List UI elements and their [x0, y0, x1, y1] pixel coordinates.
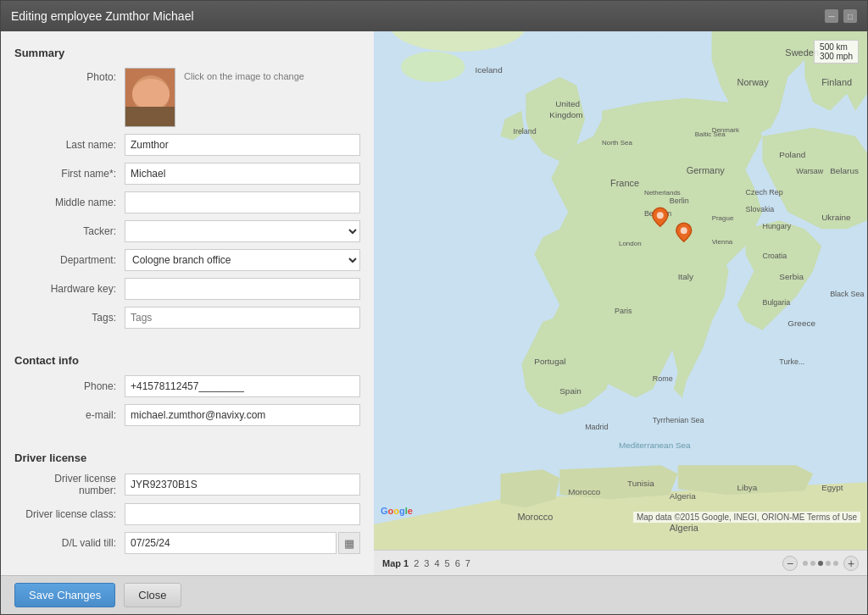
svg-text:Tunisia: Tunisia — [627, 479, 654, 488]
svg-text:Finland: Finland — [821, 77, 852, 87]
photo-hint: Click on the image to change — [184, 68, 304, 81]
middle-name-row: Middle name: — [14, 191, 360, 213]
svg-text:Berlin: Berlin — [670, 197, 689, 205]
calendar-button[interactable]: ▦ — [338, 532, 360, 554]
scale-mph: 300 mph — [820, 52, 853, 61]
content-area: Summary Photo: — [1, 31, 867, 575]
phone-row: Phone: — [14, 375, 360, 397]
photo-label: Photo: — [14, 68, 125, 83]
tacker-row: Tacker: — [14, 220, 360, 242]
date-wrapper: ▦ — [125, 532, 360, 554]
driver-header: Driver license — [14, 452, 360, 464]
zoom-in-button[interactable]: + — [843, 556, 859, 571]
save-button[interactable]: Save Changes — [14, 583, 115, 607]
svg-text:Germany: Germany — [687, 165, 726, 175]
svg-text:Algeria: Algeria — [670, 523, 699, 533]
map-tab-2[interactable]: 2 — [414, 558, 419, 568]
svg-rect-5 — [125, 115, 175, 127]
email-input[interactable] — [125, 404, 360, 426]
face-svg — [125, 69, 175, 127]
svg-text:Hungary: Hungary — [762, 222, 791, 230]
scale-km: 500 km — [820, 42, 853, 52]
svg-text:Mediterranean Sea: Mediterranean Sea — [619, 440, 691, 450]
tacker-label: Tacker: — [14, 225, 125, 237]
svg-text:Libya: Libya — [737, 483, 758, 492]
map-tab-4[interactable]: 4 — [434, 558, 439, 568]
dl-class-input[interactable] — [125, 503, 360, 525]
svg-text:North Sea: North Sea — [602, 139, 632, 147]
map-scale: 500 km 300 mph — [814, 40, 859, 64]
last-name-label: Last name: — [14, 139, 125, 151]
middle-name-input[interactable] — [125, 191, 360, 213]
photo-image[interactable] — [125, 68, 175, 127]
first-name-row: First name*: — [14, 163, 360, 185]
svg-text:Algeria: Algeria — [670, 491, 696, 501]
svg-text:Turke...: Turke... — [779, 357, 804, 366]
svg-text:Poland: Poland — [779, 150, 805, 159]
map-tab-3[interactable]: 3 — [424, 558, 429, 568]
map-container[interactable]: Sweden Finland Norway United Kingdom Ire… — [374, 31, 867, 575]
map-zoom-controls: − + — [782, 556, 859, 571]
svg-point-58 — [681, 227, 687, 234]
zoom-dot-4 — [826, 561, 831, 566]
zoom-dot-3 — [818, 561, 823, 566]
europe-map-svg: Sweden Finland Norway United Kingdom Ire… — [374, 31, 867, 550]
svg-point-57 — [657, 212, 664, 219]
svg-point-1 — [132, 75, 170, 113]
department-select[interactable]: Cologne branch office — [125, 249, 360, 271]
google-logo: Google — [381, 506, 413, 516]
zoom-dot-1 — [803, 561, 808, 566]
svg-text:Belarus: Belarus — [830, 166, 859, 175]
svg-text:Ireland: Ireland — [513, 127, 536, 136]
phone-input[interactable] — [125, 375, 360, 397]
svg-text:Portugal: Portugal — [534, 357, 565, 366]
photo-face — [125, 69, 175, 127]
calendar-icon: ▦ — [344, 537, 354, 550]
dl-valid-label: D/L valid till: — [14, 537, 125, 549]
right-panel: Sweden Finland Norway United Kingdom Ire… — [374, 31, 867, 575]
map-tab-1[interactable]: Map 1 — [382, 558, 409, 568]
zoom-out-button[interactable]: − — [782, 556, 798, 571]
hardware-key-input[interactable] — [125, 278, 360, 300]
close-button[interactable]: Close — [124, 583, 181, 607]
dl-number-input[interactable] — [125, 474, 360, 496]
email-row: e-mail: — [14, 404, 360, 426]
map-tab-7[interactable]: 7 — [465, 558, 470, 568]
photo-row: Photo: — [14, 68, 360, 127]
dl-valid-row: D/L valid till: ▦ — [14, 532, 360, 554]
svg-text:Greece: Greece — [787, 319, 815, 328]
svg-text:Prague: Prague — [712, 214, 734, 222]
svg-text:Serbia: Serbia — [779, 272, 804, 281]
title-bar: Editing employee Zumthor Michael ─ □ — [1, 1, 867, 31]
svg-text:Black Sea: Black Sea — [830, 290, 864, 298]
photo-area: Click on the image to change — [125, 68, 304, 127]
zoom-bar — [803, 561, 838, 566]
phone-label: Phone: — [14, 380, 125, 392]
svg-point-2 — [141, 86, 147, 95]
map-view: Sweden Finland Norway United Kingdom Ire… — [374, 31, 867, 550]
minimize-button[interactable]: ─ — [825, 9, 838, 23]
svg-text:Bulgaria: Bulgaria — [762, 298, 790, 307]
tacker-select[interactable] — [125, 220, 360, 242]
first-name-input[interactable] — [125, 163, 360, 185]
svg-text:Morocco: Morocco — [568, 487, 601, 496]
tags-row: Tags: — [14, 307, 360, 329]
dl-valid-input[interactable] — [125, 532, 337, 554]
map-tab-5[interactable]: 5 — [445, 558, 450, 568]
svg-text:Czech Rep: Czech Rep — [745, 188, 782, 197]
map-tab-6[interactable]: 6 — [455, 558, 460, 568]
tags-input[interactable] — [125, 307, 360, 329]
svg-text:Ukraine: Ukraine — [821, 213, 851, 222]
svg-text:Slovakia: Slovakia — [745, 205, 774, 213]
hardware-key-label: Hardware key: — [14, 283, 125, 295]
last-name-input[interactable] — [125, 134, 360, 156]
svg-text:Tyrrhenian Sea: Tyrrhenian Sea — [653, 416, 704, 424]
maximize-button[interactable]: □ — [843, 9, 857, 23]
left-panel: Summary Photo: — [1, 31, 374, 575]
main-window: Editing employee Zumthor Michael ─ □ Sum… — [0, 0, 868, 615]
svg-text:Baltic Sea: Baltic Sea — [695, 130, 726, 138]
svg-text:France: France — [610, 178, 639, 188]
svg-text:Rome: Rome — [653, 374, 673, 383]
svg-text:London: London — [619, 240, 642, 247]
footer-bar: Save Changes Close — [1, 575, 867, 614]
